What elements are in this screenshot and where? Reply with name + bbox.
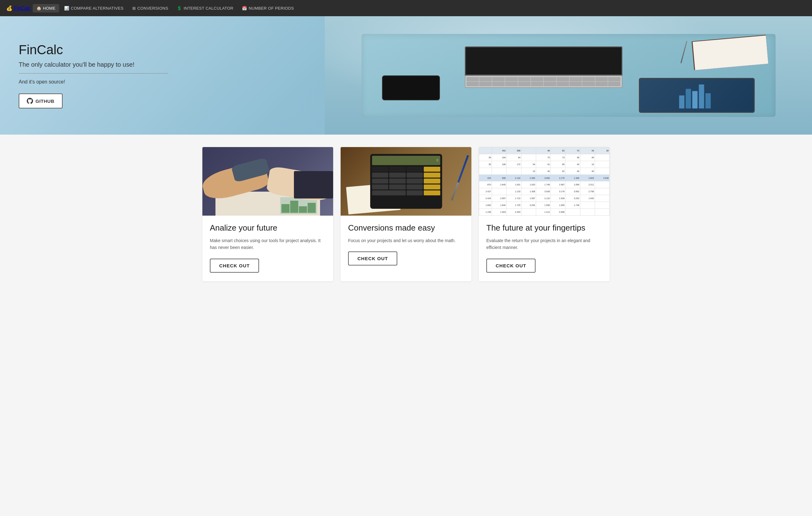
github-icon [27, 98, 33, 104]
navbar: 💰 FinCalc 🏠 HOME 📊 COMPARE ALTERNATIVES … [0, 0, 812, 16]
svg-rect-3 [699, 84, 704, 109]
nav-interest-label: INTEREST CALCULATOR [184, 6, 233, 10]
card-analyze-body: Analize your future Make smart choices u… [202, 216, 333, 281]
desk-surface [361, 34, 776, 117]
hero-divider [19, 73, 168, 74]
svg-rect-4 [705, 93, 711, 108]
card-fingertips-checkout-button[interactable]: CHECK OUT [486, 259, 535, 273]
hero-desk-illustration [325, 16, 812, 135]
calculator-illustration: 0 [370, 154, 442, 209]
laptop-keys [465, 76, 621, 87]
hero-section: FinCalc The only calculator you'll be ha… [0, 16, 812, 135]
nav-compare-label: COMPARE ALTERNATIVES [71, 6, 124, 10]
notebook-illustration [692, 35, 768, 71]
card-analyze-image [202, 147, 333, 216]
card-fingertips-illustration: 451368 46 8374 3420 39 16494 75 7338 49 … [479, 147, 610, 216]
card-fingertips-title: The future at your fingertips [486, 223, 602, 233]
nav-links: 🏠 HOME 📊 COMPARE ALTERNATIVES ⊞ CONVERSI… [33, 4, 298, 12]
sleeve-illustration [294, 171, 333, 198]
nav-link-compare[interactable]: 📊 COMPARE ALTERNATIVES [60, 4, 127, 12]
nav-item-periods[interactable]: 📅 NUMBER OF PERIODS [238, 4, 298, 12]
card-conversions-image: 0 [341, 147, 471, 216]
nav-link-interest[interactable]: 💲 INTEREST CALCULATOR [173, 4, 237, 12]
nav-brand[interactable]: 💰 FinCalc [6, 5, 31, 11]
svg-rect-2 [692, 91, 698, 108]
card-conversions: 0 Conversions made easy Focus on your pr… [341, 147, 471, 281]
hero-background [325, 16, 812, 135]
compare-icon: 📊 [64, 6, 69, 10]
calc-buttons [372, 167, 440, 195]
nav-home-label: HOME [43, 6, 55, 10]
laptop-illustration [465, 47, 622, 88]
card-analyze-title: Analize your future [210, 223, 326, 233]
nav-periods-label: NUMBER OF PERIODS [249, 6, 294, 10]
brand-name: FinCalc [14, 6, 30, 11]
card-conversions-body: Conversions made easy Focus on your proj… [341, 216, 471, 274]
card-analyze-checkout-button[interactable]: CHECK OUT [210, 259, 259, 273]
brand-icon: 💰 [6, 6, 12, 11]
github-label: GITHUB [35, 99, 55, 104]
card-conversions-illustration: 0 [341, 147, 471, 216]
spreadsheet-illustration: 451368 46 8374 3420 39 16494 75 7338 49 … [479, 147, 610, 216]
github-button[interactable]: GITHUB [19, 93, 63, 108]
tablet-screen [640, 79, 754, 112]
laptop-screen [465, 47, 622, 75]
interest-icon: 💲 [177, 6, 182, 10]
home-icon: 🏠 [36, 6, 41, 10]
card-analyze: Analize your future Make smart choices u… [202, 147, 333, 281]
hero-subtitle: The only calculator you'll be happy to u… [19, 61, 168, 68]
nav-conversions-label: CONVERSIONS [137, 6, 168, 10]
card-conversions-desc: Focus on your projects and let us worry … [348, 237, 464, 244]
card-analyze-illustration [202, 147, 333, 216]
card-fingertips: 451368 46 8374 3420 39 16494 75 7338 49 … [479, 147, 610, 281]
cards-section: Analize your future Make smart choices u… [0, 135, 812, 294]
nav-link-home[interactable]: 🏠 HOME [33, 4, 59, 12]
card-fingertips-desc: Evaluate the return for your projects in… [486, 237, 602, 251]
pen-illustration [680, 41, 687, 63]
card-analyze-desc: Make smart choices using our tools for p… [210, 237, 326, 251]
nav-item-conversions[interactable]: ⊞ CONVERSIONS [128, 4, 172, 12]
tablet-illustration [639, 78, 755, 113]
hero-content: FinCalc The only calculator you'll be ha… [0, 24, 187, 127]
nav-item-home[interactable]: 🏠 HOME [33, 4, 59, 12]
svg-rect-0 [679, 96, 685, 108]
periods-icon: 📅 [242, 6, 247, 10]
card-fingertips-body: The future at your fingertips Evaluate t… [479, 216, 610, 281]
card-conversions-checkout-button[interactable]: CHECK OUT [348, 251, 397, 266]
notebook-pages [692, 35, 768, 70]
card-fingertips-image: 451368 46 8374 3420 39 16494 75 7338 49 … [479, 147, 610, 216]
calc-display: 0 [372, 156, 440, 165]
nav-item-compare[interactable]: 📊 COMPARE ALTERNATIVES [60, 4, 127, 12]
nav-link-periods[interactable]: 📅 NUMBER OF PERIODS [238, 4, 298, 12]
hero-title: FinCalc [19, 43, 168, 57]
phone-illustration [382, 75, 440, 100]
calc-pen-illustration [451, 155, 469, 201]
hero-tagline: And it's open source! [19, 79, 168, 85]
card-conversions-title: Conversions made easy [348, 223, 464, 233]
hero-bg-visual [325, 16, 812, 135]
nav-link-conversions[interactable]: ⊞ CONVERSIONS [128, 4, 172, 12]
conversions-icon: ⊞ [132, 6, 136, 10]
nav-item-interest[interactable]: 💲 INTEREST CALCULATOR [173, 4, 237, 12]
svg-rect-1 [686, 89, 691, 108]
laptop-keyboard [465, 75, 622, 88]
